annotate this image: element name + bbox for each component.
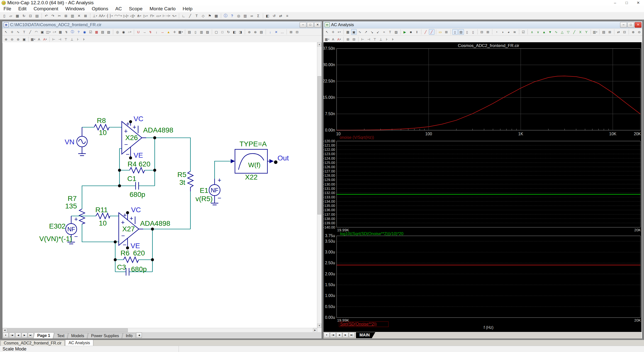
macro-part-button[interactable]: ▭▾: [156, 13, 162, 19]
pause-button[interactable]: ‖: [414, 29, 420, 35]
capacitor-c3[interactable]: [126, 268, 129, 276]
data-table-button[interactable]: ⊞: [607, 29, 613, 35]
step-down-button[interactable]: ↓: [154, 29, 159, 35]
match-cursors-button[interactable]: ≋: [512, 29, 517, 35]
formula-button[interactable]: Σ: [255, 13, 261, 19]
capacitor-c1[interactable]: [136, 182, 139, 190]
redo-button[interactable]: ↷: [50, 13, 56, 19]
align-bottom-button[interactable]: ⊧: [81, 36, 87, 42]
clear-box-button[interactable]: □: [220, 29, 225, 35]
resistor-r7[interactable]: [79, 209, 85, 224]
resistor-part-button[interactable]: ΛΛ▾: [98, 13, 105, 19]
normalize-x-button[interactable]: ⇄: [616, 29, 621, 35]
opamp-part-button[interactable]: ▷▾: [143, 13, 149, 19]
tag-right-button[interactable]: ↘: [369, 29, 375, 35]
plot-nav-button-2[interactable]: ◀: [336, 332, 342, 338]
paste-style-button[interactable]: ⊟: [351, 36, 357, 42]
restore-button[interactable]: □: [307, 22, 314, 28]
curve-select-button[interactable]: ☑: [520, 29, 526, 35]
shrink-x-button[interactable]: ⊟: [479, 29, 485, 35]
menu-help[interactable]: Help: [179, 6, 196, 12]
annotate-button[interactable]: ∿: [357, 29, 363, 35]
link-button[interactable]: ∞: [249, 13, 255, 19]
ruler-left-button[interactable]: ▯: [452, 29, 458, 35]
point-to-point-button[interactable]: ◉: [82, 29, 87, 35]
menu-scope[interactable]: Scope: [126, 6, 146, 12]
font-button[interactable]: A: [36, 36, 42, 42]
page-tab-info[interactable]: Info: [122, 333, 136, 338]
go-slope-button[interactable]: ╱: [572, 29, 577, 35]
grid-spacing-button[interactable]: ▦▾: [30, 36, 36, 42]
diode-part-button[interactable]: ▷|▾: [123, 13, 129, 19]
resistor-r6[interactable]: [124, 257, 139, 262]
info-mode-button[interactable]: ⓘ: [70, 29, 75, 35]
sheet-setup-button[interactable]: ▥: [199, 29, 204, 35]
more-options-button[interactable]: …: [279, 29, 285, 35]
align-left-button[interactable]: ⊢: [51, 36, 57, 42]
sheet-button[interactable]: ▦: [58, 29, 63, 35]
go-low-button[interactable]: ▼: [547, 29, 553, 35]
select-mode-button[interactable]: ↖: [3, 29, 9, 35]
mirror-v-button[interactable]: ◨: [238, 29, 243, 35]
align-middle-button[interactable]: ⊦: [75, 36, 81, 42]
plot-nav-button-4[interactable]: ▶|: [349, 332, 355, 338]
pan-mode-button[interactable]: ✛: [330, 29, 336, 35]
minimize-button[interactable]: –: [620, 22, 627, 28]
text-mode-button[interactable]: T: [21, 29, 27, 35]
properties-button[interactable]: ≡: [284, 13, 290, 19]
close-button[interactable]: ✕: [635, 22, 641, 28]
plot-area[interactable]: Cosmos_ADC2_frontend_FR.cir37.50n30.00n2…: [324, 42, 641, 332]
undo-button[interactable]: ↶: [43, 13, 49, 19]
graphics-tool-button[interactable]: ◇: [200, 13, 206, 19]
cross-area-button[interactable]: ✛: [172, 29, 177, 35]
run-button[interactable]: ▶: [402, 29, 408, 35]
node-numbers-button[interactable]: U: [136, 29, 141, 35]
grid-spacing-button[interactable]: ▦▾: [324, 36, 330, 42]
page-tab-text[interactable]: Text: [53, 333, 68, 338]
line-mode-button[interactable]: ╱: [27, 29, 33, 35]
wire-mode-button[interactable]: ∟: [181, 13, 187, 19]
delete-button[interactable]: ✕: [76, 13, 82, 19]
ruler-lines-button[interactable]: ▤: [458, 29, 464, 35]
select-box-button[interactable]: ▢: [214, 29, 219, 35]
model-editor-button[interactable]: ▦: [94, 29, 99, 35]
scroll-left-icon[interactable]: ◀: [3, 328, 7, 332]
schematic-hscrollbar[interactable]: ◀ ▶: [3, 328, 317, 332]
page-nav-button-4[interactable]: ▶|: [28, 333, 34, 338]
plot-nav-button-3[interactable]: ▶: [343, 332, 348, 338]
warnings-button[interactable]: ▲: [166, 29, 171, 35]
picture-mode-button[interactable]: ▣: [39, 29, 45, 35]
power-check-button[interactable]: ↯: [148, 29, 153, 35]
go-peak-button[interactable]: ∧: [529, 29, 535, 35]
mirror-button[interactable]: ◧: [265, 13, 271, 19]
help-mode-button[interactable]: ?: [76, 29, 81, 35]
zoom-fit-button[interactable]: ▣: [21, 36, 27, 42]
stack-windows-button[interactable]: ⊞: [288, 29, 294, 35]
plot-nav-button-1[interactable]: |◀: [330, 332, 336, 338]
page-nav-button-2[interactable]: ◀: [15, 333, 21, 338]
tag-left-button[interactable]: ↗: [363, 29, 369, 35]
flag-tool-button[interactable]: ⚑: [207, 13, 213, 19]
both-points-button[interactable]: ◕: [506, 29, 511, 35]
resistor-r4[interactable]: [130, 167, 145, 173]
text-tool-button[interactable]: T: [387, 29, 393, 35]
close-button[interactable]: ✕: [632, 0, 644, 6]
refresh-view-button[interactable]: ↻: [226, 29, 231, 35]
battery-part-button[interactable]: ⊢⊣▾: [162, 13, 171, 19]
restore-button[interactable]: □: [627, 22, 634, 28]
grid-menu-button[interactable]: ▦▾: [178, 29, 183, 35]
align-center-button[interactable]: ⊣: [366, 36, 372, 42]
search-button[interactable]: ⊚: [247, 29, 252, 35]
page-list-button[interactable]: ▤: [259, 29, 264, 35]
zoom-in-button[interactable]: ⊕: [3, 36, 9, 42]
save-button[interactable]: ▦: [14, 13, 20, 19]
menu-monte-carlo[interactable]: Monte Carlo: [146, 6, 179, 12]
expand-x-button[interactable]: ⊞: [485, 29, 491, 35]
capacitor-part-button[interactable]: ┤├▾: [106, 13, 113, 19]
close-button[interactable]: ✕: [314, 22, 321, 28]
graph-image-button[interactable]: ▦: [345, 29, 351, 35]
restore-button[interactable]: □: [621, 0, 632, 6]
wire-mode-button[interactable]: ∿: [15, 29, 21, 35]
print-preview-button[interactable]: ⊡: [27, 13, 33, 19]
numeric-output-button[interactable]: ▤: [601, 29, 607, 35]
